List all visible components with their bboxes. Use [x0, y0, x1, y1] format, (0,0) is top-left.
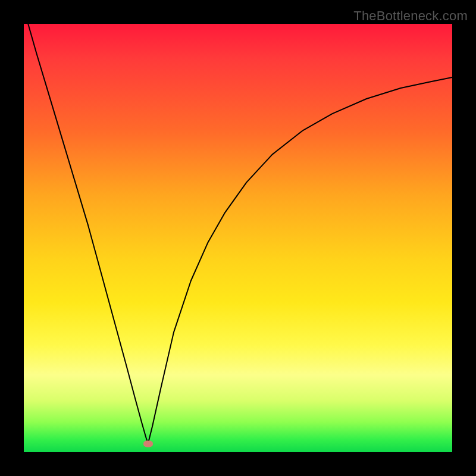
chart-frame: TheBottleneck.com — [0, 0, 476, 476]
curve-svg — [24, 24, 452, 452]
watermark-text: TheBottleneck.com — [353, 8, 468, 24]
minimum-marker — [143, 440, 153, 447]
plot-area — [24, 24, 452, 452]
bottleneck-curve-path — [28, 24, 452, 444]
